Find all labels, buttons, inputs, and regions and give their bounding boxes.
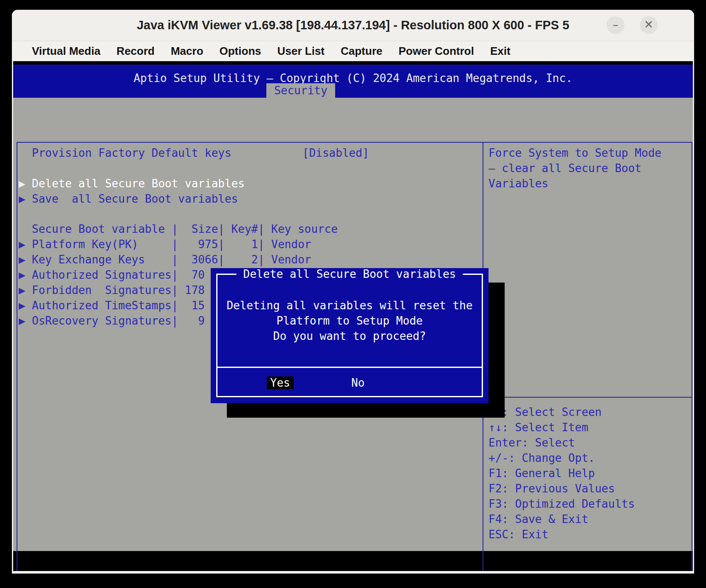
help-text-line: Variables [489, 178, 548, 189]
table-row-osrecovery-signatures[interactable]: ▶OsRecovery Signatures| 9 [19, 315, 205, 326]
dialog-message-line: Deleting all variables will reset the [217, 300, 482, 315]
hotkey-f2-previous: F2: Previous Values [489, 483, 615, 494]
pointer-icon: ▶ [19, 269, 32, 280]
hotkey-esc-exit: ESC: Exit [489, 529, 548, 540]
menu-bar: Virtual Media Record Macro Options User … [12, 41, 694, 61]
hotkey-f4-save-exit: F4: Save & Exit [489, 514, 588, 525]
pointer-icon: ▶ [19, 315, 32, 326]
table-row-authorized-signatures[interactable]: ▶Authorized Signatures| 70 [19, 269, 205, 280]
dialog-frame: Delete all Secure Boot variables Deletin… [216, 274, 483, 397]
hotkey-f1-help: F1: General Help [489, 468, 595, 479]
minimize-button[interactable]: – [607, 16, 624, 34]
pointer-icon: ▶ [19, 193, 32, 204]
pointer-icon: ▶ [19, 300, 32, 311]
minimize-icon: – [613, 18, 618, 31]
table-row-label: Forbidden Signatures| 178 [32, 284, 205, 297]
table-row-label: Authorized TimeStamps| 15 [32, 299, 205, 312]
menu-item-capture[interactable]: Capture [333, 45, 390, 58]
secure-boot-table-header: Secure Boot variable | Size| Key#| Key s… [32, 223, 338, 235]
tab-security[interactable]: Security [266, 83, 335, 100]
delete-variables-dialog: Delete all Secure Boot variables Deletin… [211, 268, 489, 403]
bios-screen: Aptio Setup Utility – Copyright (C) 2024… [13, 61, 693, 571]
menu-item-virtual-media[interactable]: Virtual Media [24, 45, 108, 58]
action-delete-variables[interactable]: ▶Delete all Secure Boot variables [19, 178, 245, 189]
pointer-icon: ▶ [19, 254, 32, 265]
no-button[interactable]: No [351, 376, 364, 389]
option-provision-label[interactable]: Provision Factory Default keys [32, 147, 232, 158]
dialog-message-line: Do you want to proceed? [217, 331, 482, 346]
ikvm-viewer-window: Java iKVM Viewer v1.69.38 [198.44.137.19… [12, 10, 694, 574]
table-row-label: Platform Key(PK) | 975| 1| Vendor [32, 238, 311, 251]
table-row-authorized-timestamps[interactable]: ▶Authorized TimeStamps| 15 [19, 300, 205, 311]
menu-item-exit[interactable]: Exit [482, 45, 519, 58]
table-row-platform-key[interactable]: ▶Platform Key(PK) | 975| 1| Vendor [19, 239, 311, 250]
help-text-line: Force System to Setup Mode [489, 147, 661, 158]
action-save-variables[interactable]: ▶Save all Secure Boot variables [19, 193, 238, 204]
pointer-icon: ▶ [19, 178, 32, 189]
close-button[interactable]: ✕ [640, 16, 658, 34]
tab-security-label: Security [274, 84, 327, 97]
table-row-label: Authorized Signatures| 70 [32, 269, 205, 281]
window-title: Java iKVM Viewer v1.69.38 [198.44.137.19… [12, 10, 694, 41]
action-delete-label: Delete all Secure Boot variables [32, 177, 245, 190]
action-save-label: Save all Secure Boot variables [32, 192, 238, 205]
hotkey-f3-defaults: F3: Optimized Defaults [489, 498, 635, 509]
help-text-line: – clear all Secure Boot [489, 163, 641, 174]
hotkey-change-opt: +/-: Change Opt. [489, 452, 595, 464]
table-row-key-exchange-keys[interactable]: ▶Key Exchange Keys | 3066| 2| Vendor [19, 254, 311, 265]
bios-content: Provision Factory Default keys [Disabled… [13, 98, 693, 551]
dialog-separator [217, 367, 482, 368]
hotkey-select-screen: →←: Select Screen [489, 407, 602, 418]
pointer-icon: ▶ [19, 285, 32, 296]
menu-item-options[interactable]: Options [212, 45, 269, 58]
close-icon: ✕ [644, 18, 654, 31]
option-provision-value[interactable]: [Disabled] [302, 147, 369, 158]
hotkey-enter-select: Enter: Select [489, 437, 575, 448]
menu-item-power-control[interactable]: Power Control [390, 45, 482, 58]
hotkey-select-item: ↑↓: Select Item [489, 422, 588, 433]
table-row-forbidden-signatures[interactable]: ▶Forbidden Signatures| 178 [19, 285, 205, 296]
titlebar: Java iKVM Viewer v1.69.38 [198.44.137.19… [12, 10, 694, 41]
menu-item-macro[interactable]: Macro [163, 45, 212, 58]
table-row-label: Key Exchange Keys | 3066| 2| Vendor [32, 253, 311, 266]
help-divider [483, 397, 692, 398]
bios-header-bar: Aptio Setup Utility – Copyright (C) 2024… [13, 65, 693, 98]
dialog-message-line: Platform to Setup Mode [217, 315, 482, 331]
dialog-message: Deleting all variables will reset the Pl… [217, 300, 482, 346]
menu-item-user-list[interactable]: User List [269, 45, 333, 58]
dialog-title: Delete all Secure Boot variables [237, 269, 463, 280]
yes-button[interactable]: Yes [267, 376, 294, 389]
bios-header-title: Aptio Setup Utility – Copyright (C) 2024… [13, 73, 693, 84]
table-row-label: OsRecovery Signatures| 9 [32, 314, 205, 327]
menu-item-record[interactable]: Record [108, 45, 163, 58]
pointer-icon: ▶ [19, 239, 32, 250]
